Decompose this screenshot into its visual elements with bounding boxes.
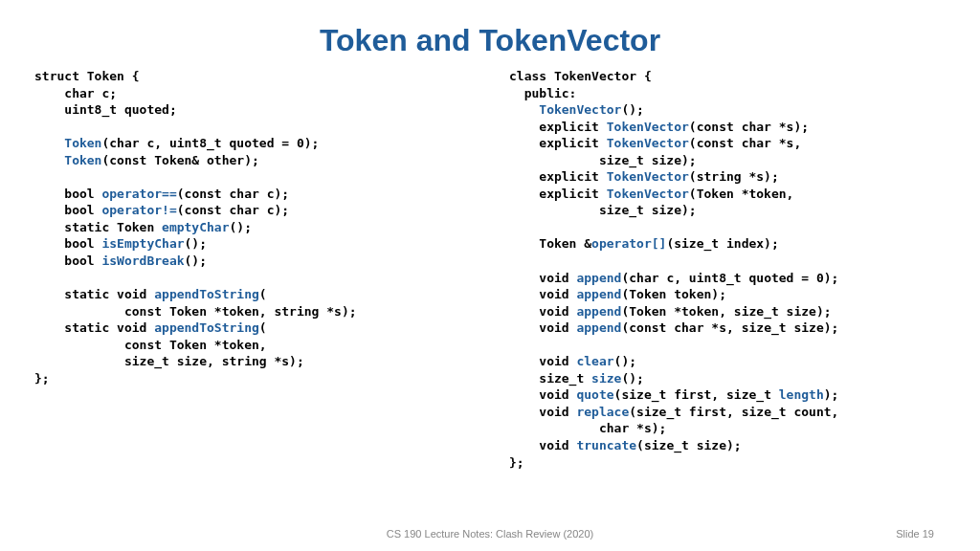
- slide-footer: CS 190 Lecture Notes: Clash Review (2020…: [0, 528, 980, 540]
- left-column: struct Token { char c; uint8_t quoted; T…: [34, 68, 471, 471]
- footer-slide-number: Slide 19: [638, 528, 934, 540]
- token-struct-code: struct Token { char c; uint8_t quoted; T…: [34, 68, 471, 386]
- code-columns: struct Token { char c; uint8_t quoted; T…: [0, 68, 980, 471]
- right-column: class TokenVector { public: TokenVector(…: [509, 68, 946, 471]
- footer-center: CS 190 Lecture Notes: Clash Review (2020…: [342, 528, 637, 540]
- slide-title: Token and TokenVector: [0, 0, 980, 68]
- tokenvector-class-code: class TokenVector { public: TokenVector(…: [509, 68, 946, 471]
